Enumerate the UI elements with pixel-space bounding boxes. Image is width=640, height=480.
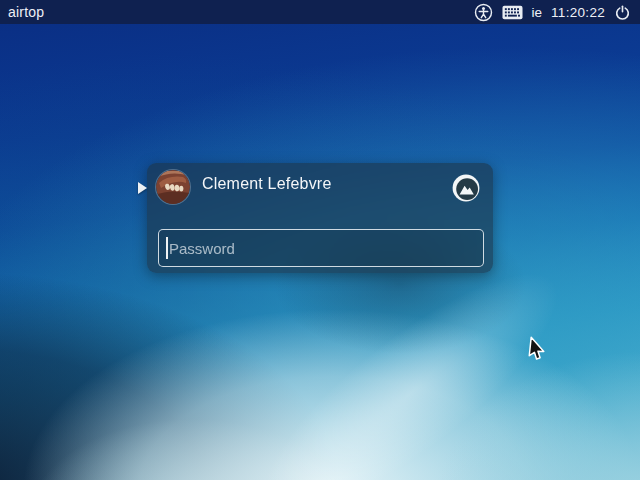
login-dialog: Clement Lefebvre bbox=[147, 163, 493, 273]
session-badge-icon[interactable] bbox=[452, 174, 480, 202]
password-field-frame bbox=[158, 229, 484, 267]
clock[interactable]: 11:20:22 bbox=[551, 5, 605, 20]
keyboard-layout-indicator[interactable]: ie bbox=[532, 5, 543, 20]
user-avatar bbox=[156, 170, 190, 204]
selected-user-arrow-icon bbox=[138, 182, 147, 194]
text-caret bbox=[166, 237, 168, 259]
hostname-label: airtop bbox=[0, 4, 44, 20]
power-icon[interactable] bbox=[614, 4, 631, 21]
accessibility-icon[interactable] bbox=[474, 3, 493, 22]
keyboard-icon[interactable] bbox=[502, 5, 523, 20]
greeter-top-panel: airtop bbox=[0, 0, 640, 24]
username-label: Clement Lefebvre bbox=[202, 175, 332, 193]
password-input[interactable] bbox=[159, 230, 483, 266]
user-row[interactable]: Clement Lefebvre bbox=[147, 163, 493, 211]
